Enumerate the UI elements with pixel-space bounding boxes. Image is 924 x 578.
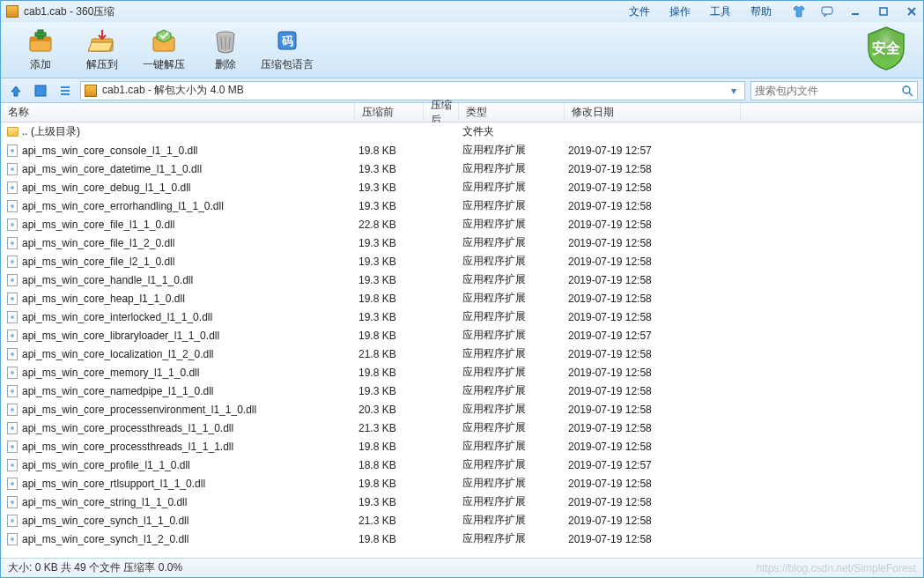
table-row[interactable]: api_ms_win_core_synch_l1_2_0.dll19.8 KB应… <box>1 530 923 548</box>
nav-up-button[interactable] <box>6 82 26 100</box>
table-row[interactable]: api_ms_win_core_libraryloader_l1_1_0.dll… <box>1 326 923 345</box>
header-after[interactable]: 压缩后 <box>424 103 459 122</box>
cell-date: 2019-07-19 12:57 <box>568 459 744 471</box>
header-date[interactable]: 修改日期 <box>565 103 741 122</box>
cell-name: api_ms_win_core_console_l1_1_0.dll <box>22 144 359 157</box>
file-icon <box>6 237 18 249</box>
extract-to-button[interactable]: 解压到 <box>71 27 133 72</box>
menu-file[interactable]: 文件 <box>629 4 650 19</box>
table-row[interactable]: api_ms_win_core_console_l1_1_0.dll19.8 K… <box>1 141 923 159</box>
table-row[interactable]: api_ms_win_core_processthreads_l1_1_1.dl… <box>1 437 923 456</box>
table-row[interactable]: api_ms_win_core_namedpipe_l1_1_0.dll19.3… <box>1 382 923 400</box>
cell-size-before: 19.3 KB <box>359 200 427 212</box>
feedback-icon[interactable] <box>816 4 839 19</box>
table-row[interactable]: api_ms_win_core_processenvironment_l1_1_… <box>1 400 923 419</box>
table-row[interactable]: api_ms_win_core_file_l1_1_0.dll22.8 KB应用… <box>1 215 923 233</box>
search-icon[interactable] <box>901 85 913 97</box>
view-list-icon[interactable] <box>55 82 75 100</box>
cell-name: api_ms_win_core_synch_l1_2_0.dll <box>22 533 359 545</box>
table-row[interactable]: api_ms_win_core_heap_l1_1_0.dll19.8 KB应用… <box>1 289 923 308</box>
cell-size-before: 19.8 KB <box>359 533 427 545</box>
cell-type: 应用程序扩展 <box>462 143 568 158</box>
path-dropdown-icon[interactable]: ▾ <box>727 85 741 97</box>
file-list[interactable]: .. (上级目录)文件夹api_ms_win_core_console_l1_1… <box>1 122 923 558</box>
file-icon <box>6 348 18 360</box>
cell-size-before: 19.8 KB <box>359 478 427 490</box>
cell-name: api_ms_win_core_file_l2_1_0.dll <box>22 256 359 268</box>
table-row[interactable]: api_ms_win_core_synch_l1_1_0.dll21.3 KB应… <box>1 511 923 530</box>
file-icon <box>6 144 18 157</box>
table-row[interactable]: api_ms_win_core_profile_l1_1_0.dll18.8 K… <box>1 456 923 474</box>
table-row[interactable]: api_ms_win_core_file_l2_1_0.dll19.3 KB应用… <box>1 252 923 270</box>
add-button[interactable]: 添加 <box>10 27 71 72</box>
one-click-extract-button[interactable]: 一键解压 <box>133 27 195 72</box>
menu-tools[interactable]: 工具 <box>710 4 731 19</box>
file-icon <box>6 256 18 268</box>
cell-type: 应用程序扩展 <box>462 180 568 195</box>
cell-type: 应用程序扩展 <box>462 161 568 176</box>
table-row[interactable]: api_ms_win_core_memory_l1_1_0.dll19.8 KB… <box>1 363 923 382</box>
cell-name: api_ms_win_core_heap_l1_1_0.dll <box>22 293 359 305</box>
table-row[interactable]: api_ms_win_core_string_l1_1_0.dll19.3 KB… <box>1 493 923 511</box>
cell-date: 2019-07-19 12:57 <box>568 144 744 157</box>
table-row[interactable]: .. (上级目录)文件夹 <box>1 122 923 141</box>
cell-type: 应用程序扩展 <box>462 476 568 491</box>
cell-type: 应用程序扩展 <box>462 402 568 417</box>
cell-date: 2019-07-19 12:58 <box>568 182 744 194</box>
cell-date: 2019-07-19 12:58 <box>568 163 744 175</box>
table-row[interactable]: api_ms_win_core_datetime_l1_1_0.dll19.3 … <box>1 159 923 178</box>
file-icon <box>6 200 18 212</box>
header-name[interactable]: 名称 <box>1 103 355 122</box>
search-input[interactable] <box>750 81 918 100</box>
safe-badge: 安全 <box>861 24 911 73</box>
view-large-icon[interactable] <box>31 82 50 100</box>
cell-size-before: 19.3 KB <box>359 256 427 268</box>
cell-type: 应用程序扩展 <box>462 420 568 435</box>
table-row[interactable]: api_ms_win_core_file_l1_2_0.dll19.3 KB应用… <box>1 233 923 252</box>
table-row[interactable]: api_ms_win_core_processthreads_l1_1_0.dl… <box>1 419 923 437</box>
cell-size-before: 19.8 KB <box>359 367 427 379</box>
menu-operate[interactable]: 操作 <box>669 4 691 19</box>
cell-size-before: 19.3 KB <box>359 311 427 323</box>
cell-type: 应用程序扩展 <box>462 383 568 398</box>
file-icon <box>6 459 18 471</box>
cell-name: api_ms_win_core_debug_l1_1_0.dll <box>22 182 359 194</box>
table-row[interactable]: api_ms_win_core_handle_l1_1_0.dll19.3 KB… <box>1 270 923 289</box>
skin-icon[interactable] <box>787 4 810 19</box>
cell-name: api_ms_win_core_processenvironment_l1_1_… <box>22 404 359 416</box>
file-icon <box>6 385 18 397</box>
path-text: cab1.cab - 解包大小为 4.0 MB <box>102 83 727 98</box>
cell-size-before: 21.8 KB <box>359 348 427 360</box>
cell-size-before: 19.8 KB <box>359 441 427 453</box>
table-row[interactable]: api_ms_win_core_rtlsupport_l1_1_0.dll19.… <box>1 474 923 493</box>
header-type[interactable]: 类型 <box>459 103 565 122</box>
table-row[interactable]: api_ms_win_core_localization_l1_2_0.dll2… <box>1 345 923 363</box>
cell-type: 应用程序扩展 <box>462 494 568 509</box>
table-row[interactable]: api_ms_win_core_interlocked_l1_1_0.dll19… <box>1 308 923 326</box>
minimize-button[interactable] <box>844 4 867 19</box>
cell-type: 应用程序扩展 <box>462 272 568 287</box>
header-before[interactable]: 压缩前 <box>355 103 424 122</box>
cell-size-before: 19.3 KB <box>359 163 427 175</box>
search-field[interactable] <box>755 85 901 97</box>
cell-date: 2019-07-19 12:58 <box>568 478 744 490</box>
menu-help[interactable]: 帮助 <box>750 4 772 19</box>
file-icon <box>6 367 18 379</box>
table-row[interactable]: api_ms_win_core_debug_l1_1_0.dll19.3 KB应… <box>1 178 923 196</box>
cell-name: api_ms_win_core_processthreads_l1_1_0.dl… <box>22 422 359 434</box>
delete-button[interactable]: 删除 <box>195 27 256 72</box>
svg-text:安全: 安全 <box>872 40 901 56</box>
close-button[interactable] <box>900 4 923 19</box>
cell-size-before: 19.3 KB <box>359 274 427 286</box>
extract-to-icon <box>86 27 118 56</box>
cell-type: 应用程序扩展 <box>462 513 568 528</box>
maximize-button[interactable] <box>872 4 895 19</box>
archive-language-button[interactable]: 码 压缩包语言 <box>256 27 318 72</box>
cell-date: 2019-07-19 12:58 <box>568 256 744 268</box>
cell-date: 2019-07-19 12:58 <box>568 422 744 434</box>
table-row[interactable]: api_ms_win_core_errorhandling_l1_1_0.dll… <box>1 196 923 215</box>
cell-type: 应用程序扩展 <box>462 365 568 380</box>
cell-size-before: 19.8 KB <box>359 293 427 305</box>
path-input[interactable]: cab1.cab - 解包大小为 4.0 MB ▾ <box>80 81 745 100</box>
cell-date: 2019-07-19 12:58 <box>568 237 744 249</box>
